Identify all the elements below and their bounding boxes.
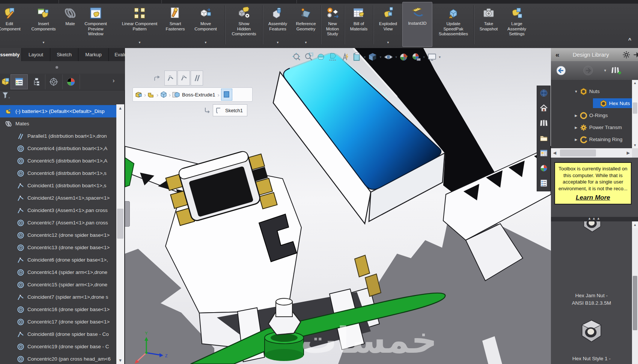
update-speedpak-button[interactable]: UpdateSpeedPakSubassemblies [432, 4, 475, 46]
feature-tree-scrollbar[interactable]: ▲ ▼ [116, 104, 124, 364]
heads-up-view-toolbar[interactable]: ▼▼▼▼▼ [291, 51, 442, 63]
assembly-part-icon[interactable] [134, 90, 143, 99]
feature-tree-item[interactable]: Concentric15 (spider arm<1>,drone [0, 278, 133, 291]
collapse-toolbar-icon[interactable]: ^ [628, 38, 631, 43]
feature-tree-item[interactable]: Concentric7 (Assem1<1>,pan cross [0, 217, 133, 229]
assembly-features-button[interactable]: AssemblyFeatures▼ [263, 4, 292, 46]
task-pane-solidworks-resources-tab[interactable] [538, 87, 549, 99]
expander-icon[interactable]: ▶ [574, 114, 578, 117]
task-pane-design-library-tab[interactable] [538, 117, 549, 129]
property-manager-tab[interactable] [28, 74, 45, 89]
reference-geometry-button[interactable]: ReferenceGeometry▼ [291, 4, 321, 46]
feature-tree-item[interactable]: Coincident2 (Assem1<1>,spacer<1> [0, 192, 133, 204]
breadcrumb-bar[interactable]: › › › Boss-Extrude1 › [132, 87, 253, 102]
expander-icon[interactable]: ▶ [574, 138, 578, 141]
feature-tree-item[interactable]: Concentric14 (spider arm<1>,drone [0, 266, 133, 278]
feature-tree-item[interactable]: Parallel1 (distrbution boart<1>,dron [0, 130, 133, 142]
library-tree-item[interactable]: ▶Retaining Ring [551, 134, 632, 145]
library-tree-item[interactable]: ▶Power Transm [551, 122, 632, 133]
filter-funnel-icon[interactable] [2, 91, 11, 99]
component-preview-window-button[interactable]: ComponentPreviewWindow [75, 4, 116, 46]
take-snapshot-button[interactable]: TakeSnapshot [475, 4, 502, 46]
goto-arrow-icon[interactable] [153, 74, 161, 82]
dropdown-caret-icon[interactable]: ▼ [363, 56, 366, 59]
dropdown-caret-icon[interactable]: ▼ [138, 40, 141, 45]
library-file-label[interactable]: Hex Nut Style 1 - ANSI B18.2.4.1M [551, 355, 632, 364]
bill-of-materials-button[interactable]: Bill ofMaterials [345, 4, 372, 46]
section-cut-icon[interactable] [328, 52, 338, 62]
configuration-manager-tab[interactable] [45, 74, 63, 89]
feature-tree-item[interactable]: Coincident6 (drone spider base<1>, [0, 254, 133, 266]
feature-tree-item[interactable]: Concentric6 (distrbution boart<1>,s [0, 167, 133, 179]
scrollbar-thumb[interactable] [633, 102, 637, 114]
feature-tree-item[interactable]: Concentric17 (drone spider base<1> [0, 316, 133, 328]
view-cube-icon[interactable] [368, 52, 378, 62]
dropdown-caret-icon[interactable]: ▼ [438, 56, 441, 59]
expander-icon[interactable]: ▶ [574, 126, 578, 129]
body-cube-icon[interactable] [159, 90, 168, 99]
gray-nut-cut-thumbnail[interactable] [580, 221, 604, 235]
scroll-up-button[interactable]: ▲ [632, 221, 638, 228]
task-pane-appearances-tab[interactable] [538, 162, 549, 174]
context-mate-toolbar[interactable] [153, 71, 204, 86]
dropdown-caret-icon[interactable]: ▼ [204, 40, 207, 45]
tab-layout[interactable]: Layout [22, 48, 50, 61]
mate-coincident2-button[interactable] [178, 71, 190, 86]
library-tree-hscrollbar[interactable]: ◀ ▶ [551, 148, 638, 158]
display-manager-tab[interactable] [62, 74, 80, 89]
feature-tree-tab[interactable] [11, 74, 28, 89]
graphics-area[interactable]: خمسات Y Z X ▼▼▼▼▼ › [125, 48, 551, 364]
mate-coincident-button[interactable] [164, 71, 177, 86]
pin-icon[interactable] [633, 51, 638, 59]
feature-tree-item[interactable]: Concentric19 (drone spider base - C [0, 340, 133, 353]
library-tree-item[interactable]: Hex Nuts [551, 98, 632, 109]
breadcrumb-feature-label[interactable]: Boss-Extrude1 [182, 92, 215, 98]
feature-tree-item[interactable]: Concentric5 (distrbution boart<1>,A [0, 155, 133, 167]
library-tree-item[interactable]: ▶O-Rings [551, 110, 632, 121]
sheet-icon[interactable] [352, 52, 362, 62]
dropdown-caret-icon[interactable]: ▼ [395, 56, 398, 59]
scroll-down-button[interactable]: ▼ [632, 142, 638, 148]
forward-icon[interactable] [583, 66, 593, 75]
linear-component-pattern-button[interactable]: Linear ComponentPattern▼ [116, 4, 163, 46]
mate-parallel-button[interactable] [191, 71, 203, 86]
feature-tree-item[interactable]: Coincident7 (spider arm<1>,drone s [0, 291, 133, 303]
scroll-up-button[interactable]: ▲ [116, 104, 124, 112]
edit-component-button[interactable]: EditComponent [0, 4, 27, 46]
feature-tree-item[interactable]: Concentric16 (drone spider base<1> [0, 303, 133, 316]
scroll-up-button[interactable]: ▲ [632, 80, 638, 86]
expander-icon[interactable]: ▼ [574, 90, 578, 93]
new-motion-study-button[interactable]: NewMotionStudy [321, 4, 344, 46]
feature-tree-item[interactable]: Mates [0, 117, 121, 130]
feature-tree-item[interactable]: Concentric20 (pan cross head_am<6 [0, 353, 133, 364]
feature-tree-item[interactable]: Concentric13 (drone spider base<1> [0, 241, 133, 254]
dropdown-caret-icon[interactable]: ▼ [423, 56, 426, 59]
zoom-fit-icon[interactable] [292, 52, 302, 62]
dropdown-caret-icon[interactable]: ▼ [379, 56, 382, 59]
tab-assembly[interactable]: Assembly [0, 48, 22, 61]
display-settings-icon[interactable] [427, 52, 437, 62]
instant3d-button[interactable]: Instant3D [402, 2, 432, 47]
scrollbar-thumb[interactable] [633, 276, 637, 330]
section-view-icon[interactable] [316, 52, 326, 62]
learn-more-link[interactable]: Learn More [576, 194, 610, 202]
task-pane-custom-properties-tab[interactable] [538, 177, 549, 189]
sketch-node[interactable]: Sketch1 [213, 104, 247, 116]
dropdown-caret-icon[interactable]: ▼ [304, 40, 307, 45]
library-tree-item[interactable]: ▼Nuts [551, 86, 632, 97]
annotation-icon[interactable] [340, 52, 350, 62]
breadcrumb-active-tile[interactable] [221, 89, 232, 101]
panel-splitter-handle[interactable]: ▲▲▲ [551, 217, 638, 221]
back-icon[interactable] [556, 66, 566, 75]
zoom-area-icon[interactable] [304, 52, 314, 62]
task-pane-view-palette-tab[interactable] [538, 147, 549, 159]
hide-show-icon[interactable] [384, 52, 393, 62]
tab-markup[interactable]: Markup [78, 48, 109, 61]
boss-extrude-icon[interactable] [172, 90, 181, 99]
panel-splitter[interactable] [0, 61, 125, 74]
library-tree-scrollbar[interactable]: ▲ ▼ [632, 80, 638, 148]
feature-tree-item[interactable]: Concentric12 (drone spider base<1> [0, 229, 133, 241]
appearance-ball-icon[interactable] [399, 52, 409, 62]
scene-icon[interactable] [411, 52, 421, 62]
smart-fasteners-button[interactable]: SmartFasteners [158, 4, 192, 46]
